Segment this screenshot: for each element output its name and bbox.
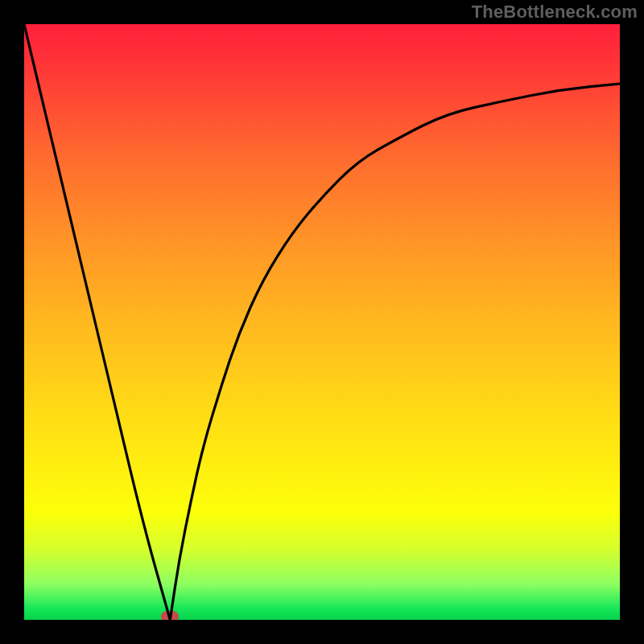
watermark-label: TheBottleneck.com (472, 2, 638, 23)
chart-frame: TheBottleneck.com (0, 0, 644, 644)
plot-area (24, 24, 620, 620)
curve-path (24, 24, 620, 620)
bottleneck-curve (24, 24, 620, 620)
